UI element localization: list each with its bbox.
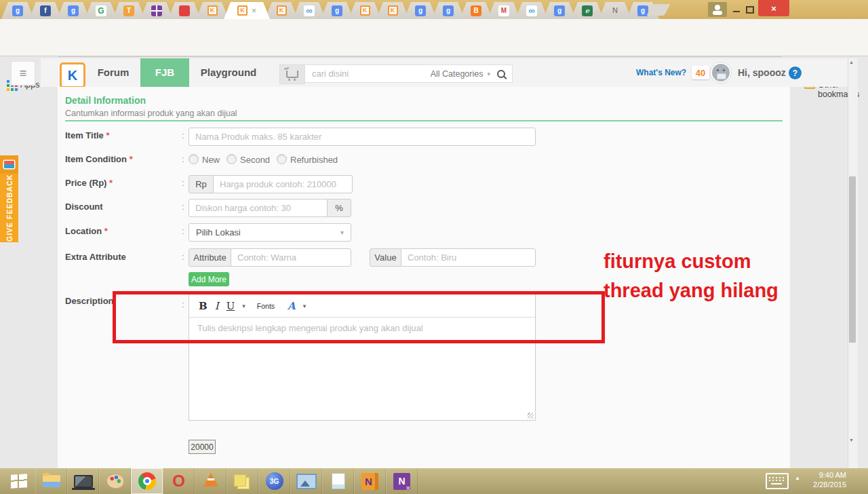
tab-favicon-icon — [179, 5, 190, 16]
price-input[interactable] — [213, 175, 353, 193]
browser-tab-kaskus[interactable]: K — [196, 2, 229, 19]
nav-forum[interactable]: Forum — [90, 58, 137, 87]
browser-tab-red-app[interactable] — [168, 2, 201, 19]
annotation-text-line1: fiturnya custom — [604, 250, 751, 273]
radio-refurbished-label[interactable]: Refurbished — [290, 155, 338, 165]
user-greeting[interactable]: Hi, spoooz — [738, 67, 786, 78]
browser-tab-ie[interactable]: e — [571, 2, 604, 19]
screen: g f g G T — [0, 0, 868, 494]
whats-new-link[interactable]: What's New? — [636, 68, 686, 77]
taskbar-app-vlc[interactable] — [195, 468, 226, 494]
help-icon[interactable]: ? — [789, 66, 802, 79]
avatar[interactable] — [711, 62, 731, 83]
nav-fjb-active[interactable]: FJB — [140, 58, 189, 87]
taskbar-app-chrome[interactable] — [131, 468, 163, 494]
chevron-down-icon: ▾ — [340, 229, 344, 236]
required-asterisk: * — [104, 226, 108, 236]
taskbar-app-onenote-clipper[interactable] — [386, 468, 418, 494]
taskbar-app-laptop[interactable] — [67, 468, 99, 494]
browser-tab-t-orange[interactable]: T — [113, 2, 145, 19]
taskbar-app-explorer[interactable] — [35, 468, 67, 494]
browser-tab-infinity[interactable]: ∞ — [515, 2, 548, 19]
taskbar-app-opera[interactable] — [163, 468, 195, 494]
location-select-value: Pilih Lokasi — [196, 227, 241, 238]
close-window-button[interactable]: × — [758, 0, 789, 16]
restore-button[interactable] — [744, 3, 755, 15]
clock-time[interactable]: 9:40 AM — [804, 471, 846, 479]
search-bar[interactable]: cari disini All Categories ▾ — [304, 64, 513, 83]
feedback-envelope-icon — [0, 155, 18, 174]
attribute-input[interactable] — [231, 248, 351, 267]
tab-favicon-icon: K — [388, 5, 398, 16]
search-icon[interactable] — [497, 70, 505, 78]
scroll-down-icon[interactable]: ▼ — [849, 438, 854, 442]
tab-favicon-icon: G — [96, 5, 106, 16]
tab-close-icon[interactable]: × — [252, 6, 256, 16]
browser-tab-blogger[interactable]: B — [460, 2, 492, 19]
section-subtitle: Cantumkan informasi produk yang akan dij… — [65, 109, 237, 118]
browser-tab-kaskus[interactable]: K — [376, 2, 409, 19]
add-more-button[interactable]: Add More — [189, 272, 229, 286]
location-select[interactable]: Pilih Lokasi ▾ — [189, 223, 351, 242]
browser-toolbar: ← → ↻ www.kaskus.co.id /fjb/sell/324/?re… — [0, 19, 868, 38]
colon: : — [182, 178, 184, 188]
start-button[interactable] — [4, 468, 34, 494]
taskbar-app-modem-3g[interactable] — [258, 468, 290, 494]
browser-tab-google[interactable]: g — [1, 2, 34, 19]
taskbar-app-sticky-notes[interactable] — [226, 468, 258, 494]
item-title-label: Item Title * — [65, 130, 110, 140]
browser-tab-kaskus[interactable]: K — [349, 2, 381, 19]
taskbar-app-paint[interactable] — [99, 468, 131, 494]
browser-tab-google[interactable]: g — [543, 2, 576, 19]
tab-favicon-icon: K — [360, 5, 370, 16]
item-title-input[interactable] — [189, 128, 536, 146]
tray-show-icons-button[interactable]: ▲ — [795, 475, 800, 481]
radio-refurbished[interactable] — [277, 154, 287, 164]
hamburger-menu-icon[interactable]: ≡ — [11, 61, 35, 86]
radio-second-label[interactable]: Second — [240, 155, 270, 165]
taskbar-app-onenote[interactable] — [354, 468, 386, 494]
app-icon — [361, 473, 378, 490]
radio-second[interactable] — [226, 154, 237, 164]
browser-tab-google[interactable]: g — [57, 2, 90, 19]
taskbar-app-photos[interactable] — [290, 468, 322, 494]
scrollbar-thumb[interactable] — [849, 176, 856, 343]
browser-tab-google[interactable]: g — [432, 2, 465, 19]
tab-favicon-icon — [151, 5, 162, 16]
discount-percent-addon: % — [327, 199, 351, 217]
browser-tab-google[interactable]: g — [321, 2, 353, 19]
touch-keyboard-button[interactable] — [764, 471, 791, 491]
radio-new-label[interactable]: New — [202, 155, 220, 165]
nav-playground[interactable]: Playground — [193, 58, 264, 87]
browser-tab-infinity[interactable]: ∞ — [293, 2, 326, 19]
browser-tab-kaskus[interactable]: K — [265, 2, 298, 19]
profile-button[interactable] — [708, 2, 727, 17]
minimize-button[interactable] — [731, 3, 742, 15]
notification-badge[interactable]: 40 — [692, 66, 709, 79]
browser-tab-kaskus[interactable]: K × — [224, 2, 270, 19]
person-icon — [715, 5, 720, 10]
resize-handle[interactable] — [528, 413, 534, 419]
discount-input[interactable] — [189, 199, 328, 217]
browser-tab-gmail[interactable]: M — [488, 2, 520, 19]
browser-tab-google[interactable]: g — [404, 2, 437, 19]
radio-new[interactable] — [189, 154, 199, 164]
browser-tab-facebook[interactable]: f — [29, 2, 62, 19]
tab-favicon-icon: f — [40, 5, 51, 16]
kaskus-logo[interactable]: K — [60, 62, 85, 88]
colon: : — [182, 130, 184, 140]
app-icon — [266, 472, 283, 490]
browser-tab-windows[interactable] — [140, 2, 173, 19]
value-input[interactable] — [401, 248, 536, 267]
clock-date[interactable]: 2/28/2015 — [804, 480, 846, 489]
annotation-rectangle — [113, 291, 605, 343]
category-select[interactable]: All Categories — [431, 69, 484, 79]
browser-tab-text-tab[interactable]: N — [599, 2, 631, 19]
give-feedback-tab[interactable]: GIVE FEEDBACK — [0, 155, 18, 242]
section-title: Detail Information — [65, 95, 146, 106]
browser-tab-grammarly[interactable]: G — [85, 2, 117, 19]
taskbar-app-notes[interactable] — [322, 468, 354, 494]
scroll-up-icon[interactable]: ▲ — [849, 60, 854, 64]
apps-grid-icon[interactable] — [7, 80, 9, 83]
cart-icon[interactable] — [279, 64, 305, 84]
